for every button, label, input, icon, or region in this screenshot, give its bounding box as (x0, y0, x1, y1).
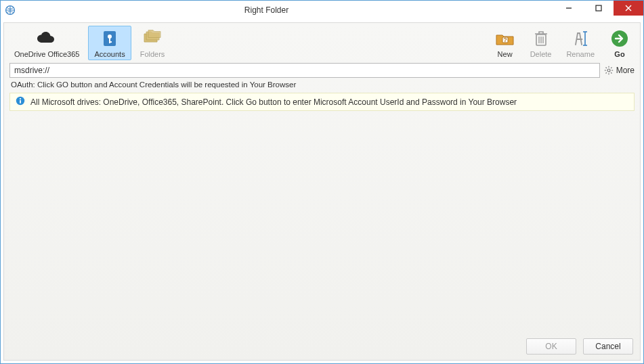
svg-text:?: ? (503, 37, 507, 43)
accounts-button[interactable]: Accounts (88, 26, 131, 60)
minimize-button[interactable] (554, 1, 584, 16)
svg-rect-30 (20, 100, 21, 104)
cloud-icon (34, 28, 60, 49)
address-input[interactable] (9, 63, 600, 78)
svg-line-26 (611, 68, 611, 68)
key-icon (100, 28, 119, 49)
content-area (4, 111, 640, 333)
toolbar-spacer (173, 26, 486, 60)
folders-button: Folders (134, 26, 171, 60)
folders-icon (142, 28, 163, 49)
new-label: New (498, 50, 513, 58)
infobar: All Microsoft drives: OneDrive, Office36… (9, 93, 635, 111)
svg-rect-2 (596, 5, 601, 11)
window-title: Right Folder (0, 5, 554, 15)
address-row: More (4, 62, 640, 79)
svg-point-19 (607, 69, 610, 72)
toolbar: OneDrive Office365 Accounts Folders ? N (4, 23, 640, 62)
rename-label: Rename (566, 50, 595, 58)
onedrive-label: OneDrive Office365 (14, 50, 79, 58)
window: Right Folder OneDrive Office365 Accounts (0, 0, 644, 364)
info-icon (16, 96, 25, 108)
gear-icon[interactable]: More (604, 66, 635, 75)
titlebar: Right Folder (1, 1, 643, 20)
footer: OK Cancel (4, 333, 640, 360)
go-button[interactable]: Go (603, 26, 636, 60)
accounts-label: Accounts (94, 50, 125, 58)
svg-line-27 (605, 72, 606, 73)
window-buttons (554, 1, 643, 16)
ok-button: OK (526, 338, 576, 355)
svg-line-24 (605, 68, 606, 68)
dialog-body: OneDrive Office365 Accounts Folders ? N (3, 22, 641, 361)
new-folder-icon: ? (495, 28, 515, 49)
infobar-text: All Microsoft drives: OneDrive, Office36… (30, 97, 517, 107)
onedrive-button[interactable]: OneDrive Office365 (8, 26, 85, 60)
go-icon (610, 28, 629, 49)
folders-label: Folders (140, 50, 165, 58)
go-label: Go (614, 50, 624, 58)
oauth-hint: OAuth: Click GO button and Account Crede… (4, 79, 640, 91)
svg-line-25 (611, 72, 611, 73)
cancel-button[interactable]: Cancel (583, 338, 633, 355)
more-label: More (616, 66, 635, 75)
maximize-button[interactable] (584, 1, 614, 16)
rename-button: Rename (560, 26, 601, 60)
close-button[interactable] (614, 1, 643, 16)
svg-rect-8 (109, 41, 112, 43)
delete-button: Delete (524, 26, 558, 60)
trash-icon (533, 28, 549, 49)
delete-label: Delete (530, 50, 552, 58)
new-button[interactable]: ? New (489, 26, 521, 60)
svg-point-29 (20, 98, 21, 99)
rename-icon (572, 28, 589, 49)
